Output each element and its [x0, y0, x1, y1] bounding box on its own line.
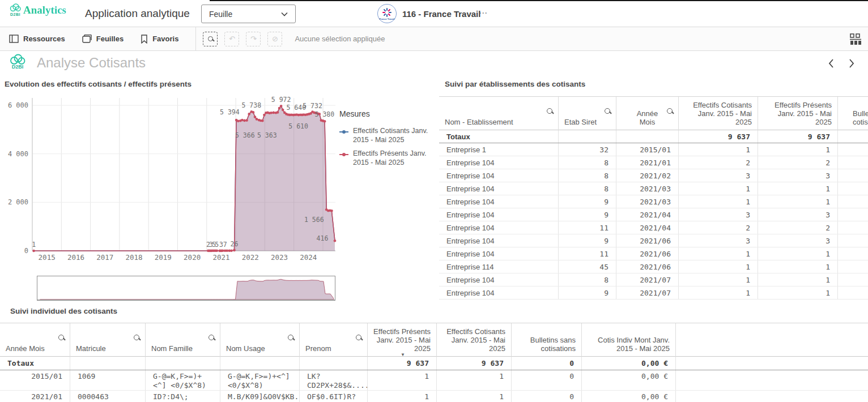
cell[interactable]: 1 — [678, 260, 758, 273]
cell[interactable]: 3 — [758, 234, 837, 247]
resources-button[interactable]: Ressources — [9, 35, 65, 43]
next-sheet-button[interactable] — [844, 57, 858, 70]
cell[interactable]: 45 — [558, 260, 616, 273]
bookmarks-button[interactable]: Favoris — [141, 35, 178, 44]
search-icon[interactable] — [547, 108, 552, 114]
legend-item-0[interactable]: Effectifs Cotisants Janv. 2015 - Mai 202… — [339, 126, 436, 145]
cell[interactable]: 1 — [758, 195, 837, 208]
cell[interactable]: 0 — [511, 391, 581, 402]
column-header[interactable]: Etab Siret — [558, 97, 616, 131]
search-icon[interactable] — [667, 108, 673, 114]
previous-sheet-button[interactable] — [825, 57, 839, 70]
cell[interactable]: 1 — [678, 195, 758, 208]
search-icon[interactable] — [356, 335, 361, 340]
column-header[interactable]: Année Mois — [616, 97, 678, 131]
cell[interactable]: 1 — [678, 247, 758, 260]
cell[interactable]: 3 — [678, 169, 758, 182]
column-header[interactable]: Bulletins sans cotisations — [837, 97, 868, 131]
column-header[interactable]: Nom Usage — [220, 323, 299, 357]
cell[interactable]: 1 — [678, 182, 758, 195]
cell[interactable]: 8 — [558, 169, 616, 182]
cell[interactable]: 8 — [558, 156, 616, 169]
org-selector[interactable]: France Travail 116 - France Travail — [377, 4, 480, 23]
cell[interactable]: OF$0.6IT)R? — [299, 391, 367, 402]
cell[interactable]: 3 — [758, 169, 837, 182]
column-header[interactable]: Nom - Etablissement — [439, 97, 558, 131]
column-header[interactable]: Effectifs Cotisants Janv. 2015 - Mai 202… — [436, 323, 511, 357]
cell[interactable]: Entreprise 104 — [439, 286, 558, 299]
cell[interactable]: G-@=K,F>=)+<^] <0/$X^8) — [145, 370, 220, 390]
cell[interactable]: Entreprise 104 — [439, 247, 558, 260]
cell[interactable]: 2 — [678, 221, 758, 234]
cell[interactable]: 9 — [558, 286, 616, 299]
cell[interactable]: 2021/01 — [0, 391, 70, 402]
cell[interactable]: 1069 — [70, 370, 145, 390]
cell[interactable]: 1 — [758, 182, 837, 195]
cell[interactable]: 1 — [678, 273, 758, 286]
search-icon[interactable] — [209, 335, 214, 340]
sheets-button[interactable]: Feuilles — [82, 35, 124, 43]
cell[interactable]: 0,00 € — [581, 370, 675, 390]
cell[interactable]: M.B/K09]&O0V$KB... — [220, 391, 299, 402]
search-icon[interactable] — [288, 335, 293, 340]
undo-selection-button[interactable]: ↶ — [224, 32, 239, 46]
cell[interactable]: 2021/04 — [616, 221, 678, 234]
column-header[interactable]: Effectifs Présents Janv. 2015 - Mai 2025… — [367, 323, 436, 357]
cell[interactable]: 2 — [678, 156, 758, 169]
cell[interactable]: 2021/03 — [616, 182, 678, 195]
cell[interactable]: Entreprise 104 — [439, 234, 558, 247]
cell[interactable]: Entreprise 104 — [439, 169, 558, 182]
cell[interactable]: 1 — [758, 143, 837, 156]
cell[interactable]: 2 — [758, 221, 837, 234]
cell[interactable]: 1 — [436, 391, 511, 402]
cell[interactable]: Entreprise 104 — [439, 208, 558, 221]
cell[interactable]: 1 — [436, 370, 511, 390]
cell[interactable]: 9 — [558, 195, 616, 208]
cell[interactable]: 3 — [678, 234, 758, 247]
column-header[interactable]: Effectifs Présents Janv. 2015 - Mai 2025 — [758, 97, 837, 131]
cell[interactable]: 1 — [678, 286, 758, 299]
search-icon[interactable] — [134, 335, 139, 340]
selections-search-button[interactable] — [203, 32, 218, 46]
cell[interactable]: 2 — [758, 156, 837, 169]
cell[interactable]: ID?:D4\; "3=|*<0:5? — [145, 391, 220, 402]
cell[interactable]: 0,00 € — [581, 391, 675, 402]
cell[interactable]: 1 — [758, 273, 837, 286]
cell[interactable]: 3 — [678, 208, 758, 221]
cell[interactable]: Entreprise 114 — [439, 260, 558, 273]
cell[interactable]: 2021/02 — [616, 169, 678, 182]
cell[interactable]: G-@=K,F>=)+<^] <0/$X^8) — [220, 370, 299, 390]
more-menu-button[interactable]: ⋯ — [479, 8, 488, 18]
column-header[interactable]: Matricule — [70, 323, 145, 357]
cell[interactable]: 11 — [558, 247, 616, 260]
redo-selection-button[interactable]: ↷ — [246, 32, 261, 46]
search-icon[interactable] — [58, 335, 64, 340]
sheet-selector-dropdown[interactable]: Feuille — [201, 5, 296, 23]
legend-item-1[interactable]: Effectifs Présents Janv. 2015 - Mai 2025 — [339, 149, 436, 168]
cell[interactable]: 2021/07 — [616, 286, 678, 299]
cell[interactable]: 2021/06 — [616, 234, 678, 247]
cell[interactable]: 11 — [558, 221, 616, 234]
cell[interactable]: Entreprise 1 — [439, 143, 558, 156]
sheet-grid-icon[interactable] — [849, 32, 862, 46]
column-header[interactable]: Bulletins sans cotisations — [511, 323, 581, 357]
cell[interactable]: 8 — [558, 182, 616, 195]
column-header[interactable]: Prenom — [299, 323, 367, 357]
cell[interactable]: 1 — [758, 286, 837, 299]
cell[interactable]: Entreprise 104 — [439, 273, 558, 286]
cell[interactable]: 2021/01 — [616, 156, 678, 169]
cell[interactable]: 0000463 — [70, 391, 145, 402]
column-header[interactable]: Effectifs Cotisants Janv. 2015 - Mai 202… — [678, 97, 758, 131]
cell[interactable]: 2021/06 — [616, 247, 678, 260]
cell[interactable]: 2021/03 — [616, 195, 678, 208]
cell[interactable]: 1 — [758, 247, 837, 260]
cell[interactable]: 2021/06 — [616, 260, 678, 273]
cell[interactable]: 1 — [367, 370, 436, 390]
cell[interactable]: 2021/04 — [616, 208, 678, 221]
cell[interactable]: 8 — [558, 273, 616, 286]
chart-range-navigator[interactable] — [37, 276, 335, 301]
cell[interactable]: 1 — [758, 260, 837, 273]
cell[interactable]: 2021/07 — [616, 273, 678, 286]
cell[interactable]: Entreprise 104 — [439, 221, 558, 234]
search-icon[interactable] — [605, 108, 610, 114]
